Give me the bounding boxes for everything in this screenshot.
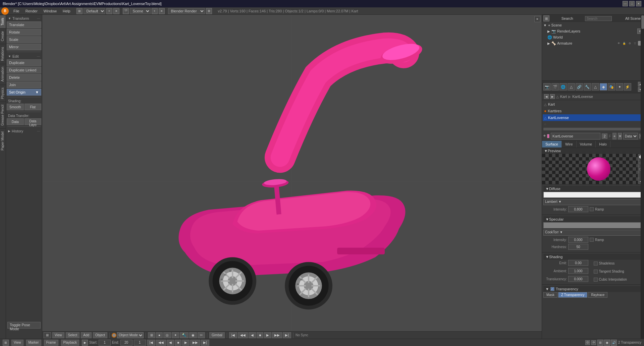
edit-header[interactable]: ▼ Edit — (7, 53, 41, 59)
status-icon[interactable]: ⊞ (3, 340, 9, 346)
transparency-title[interactable]: ▼ ✓ Transparency (543, 286, 643, 292)
obj-karttires[interactable]: ● Karttires (543, 108, 643, 114)
status-icon-3[interactable]: 🔊 (611, 340, 617, 346)
vp-icon-2[interactable]: ● (156, 332, 163, 338)
trans-tab-mask[interactable]: Mask (543, 292, 557, 298)
view-menu[interactable]: View (52, 332, 64, 338)
scene-icon[interactable]: 🎬 (123, 8, 129, 14)
status-current-frame[interactable] (134, 340, 146, 346)
status-play-stop[interactable]: ■ (175, 340, 181, 346)
vp-icon-5[interactable]: 🔦 (180, 332, 189, 338)
cubic-cb[interactable] (594, 278, 598, 282)
trans-tab-raytrace[interactable]: Raytrace (588, 292, 607, 298)
shadeless-cb[interactable] (594, 262, 598, 266)
play-prev[interactable]: ◀◀ (238, 332, 248, 338)
close-button[interactable]: ✕ (636, 1, 641, 6)
outliner-world[interactable]: 🌐 World (546, 34, 644, 40)
sync-icon[interactable]: ⟳ (591, 340, 596, 345)
menu-window[interactable]: Window (41, 8, 59, 14)
tab-animation[interactable]: Animation (0, 64, 6, 84)
prop-icon-render[interactable]: 📷 (543, 83, 551, 91)
duplicate-linked-button[interactable]: Duplicate Linked (7, 67, 41, 73)
mat-color-swatch[interactable] (547, 134, 549, 138)
obj-list-scrollbar[interactable] (543, 128, 643, 130)
diffuse-ramp-cb[interactable] (590, 207, 594, 211)
play-stop[interactable]: ■ (257, 332, 263, 338)
viewport-type-icon[interactable]: ⊞ (44, 332, 51, 338)
mat-tab-wire[interactable]: Wire (562, 141, 577, 148)
tab-physics[interactable]: Physics (0, 84, 6, 102)
minimize-button[interactable]: — (623, 1, 628, 6)
scene-add-icon[interactable]: + (152, 8, 158, 14)
mat-icon-dot[interactable]: ◆ (543, 134, 546, 138)
path-fwd-icon[interactable]: ▶ (550, 94, 555, 99)
tab-grease-pencil[interactable]: Grease Pencil (0, 102, 6, 128)
path-kart[interactable]: Kart (560, 95, 567, 99)
rotate-button[interactable]: Rotate (7, 29, 41, 36)
layout-remove-icon[interactable]: ✕ (113, 8, 119, 14)
status-play-end[interactable]: ▶| (201, 340, 209, 346)
status-play-start[interactable]: |◀ (147, 340, 156, 346)
status-icon-1[interactable]: ⊞ (597, 340, 603, 346)
flat-button[interactable]: Flat (24, 104, 42, 110)
mirror-button[interactable]: Mirror (7, 44, 41, 50)
play-fwd[interactable]: ▶ (264, 332, 271, 338)
diffuse-color-bar[interactable] (543, 192, 643, 198)
status-play-fwd[interactable]: ▶ (182, 340, 190, 346)
mat-tab-surface[interactable]: Surface (542, 141, 562, 148)
specular-title[interactable]: ▼ Specular (543, 216, 643, 222)
mat-users-count[interactable]: 2 (602, 133, 607, 139)
vp-icon-3[interactable]: ◎ (163, 332, 171, 338)
mode-dropdown[interactable]: Object Mode (117, 332, 144, 338)
specular-color-bar[interactable] (543, 222, 643, 228)
delete-button[interactable]: Delete (7, 74, 41, 81)
outliner-search-input[interactable] (585, 16, 612, 21)
scale-button[interactable]: Scale (7, 36, 41, 43)
duplicate-button[interactable]: Duplicate (7, 59, 41, 66)
status-playback-icon[interactable]: ▶ (82, 340, 88, 346)
scene-select[interactable]: Scene (130, 8, 151, 14)
shading-section-title[interactable]: ▼ Shading (543, 254, 643, 260)
translucency-input[interactable] (568, 276, 588, 282)
prop-icon-world[interactable]: 🌐 (559, 83, 567, 91)
history-header[interactable]: ▶ History — (7, 128, 41, 134)
play-start[interactable]: |◀ (229, 332, 237, 338)
status-play-back[interactable]: ◀ (167, 340, 174, 346)
prop-icon-data[interactable]: △ (592, 83, 599, 91)
add-menu[interactable]: Add (81, 332, 92, 338)
tab-tools[interactable]: Tools (0, 15, 6, 28)
status-play-ff[interactable]: ▶▶ (190, 340, 200, 346)
mat-tab-volume[interactable]: Volume (577, 141, 596, 148)
transform-header[interactable]: ▼ Transform — (7, 15, 41, 21)
play-end[interactable]: ▶| (283, 332, 291, 338)
specular-intensity-input[interactable] (568, 237, 588, 243)
specular-shader-dropdown[interactable]: CookTorr ▼ (543, 230, 643, 236)
data-layo-button[interactable]: Data Layo (24, 118, 42, 125)
mat-new-btn[interactable]: + (612, 133, 616, 139)
status-icon-2[interactable]: ◉ (604, 340, 610, 346)
scene-remove-icon[interactable]: ✕ (159, 8, 165, 14)
trans-checkbox[interactable]: ✓ (550, 287, 554, 291)
outliner-icon[interactable]: ⊞ (543, 15, 549, 21)
scrollbar-thumb[interactable] (641, 15, 644, 29)
path-back-icon[interactable]: ◀ (544, 94, 549, 99)
vp-icon-7[interactable]: ✂ (198, 332, 205, 338)
emit-input[interactable] (568, 260, 588, 266)
tab-paper-model[interactable]: Paper Model (0, 128, 6, 153)
gimbal-button[interactable]: Gimbal (209, 332, 225, 338)
layout-add-icon[interactable]: + (106, 8, 112, 14)
preview-title[interactable]: ▼ Preview (542, 148, 644, 154)
play-back[interactable]: ◀ (249, 332, 256, 338)
arm-icon1[interactable]: 👁 (616, 41, 621, 46)
status-view[interactable]: View (11, 340, 23, 346)
translate-button[interactable]: Translate (7, 21, 41, 28)
specular-hardness-input[interactable] (568, 244, 588, 250)
arm-icon3[interactable]: ⚙ (627, 41, 632, 46)
tangent-cb[interactable] (594, 270, 598, 274)
status-end-input[interactable] (120, 340, 132, 346)
prop-icon-material[interactable]: ◆ (600, 83, 607, 91)
diffuse-title[interactable]: ▼ Diffuse (543, 186, 643, 192)
prop-icon-texture[interactable]: 🎭 (608, 83, 615, 91)
trans-tab-z[interactable]: Z Transparency (558, 292, 587, 298)
vp-icon-4[interactable]: ✦ (172, 332, 179, 338)
